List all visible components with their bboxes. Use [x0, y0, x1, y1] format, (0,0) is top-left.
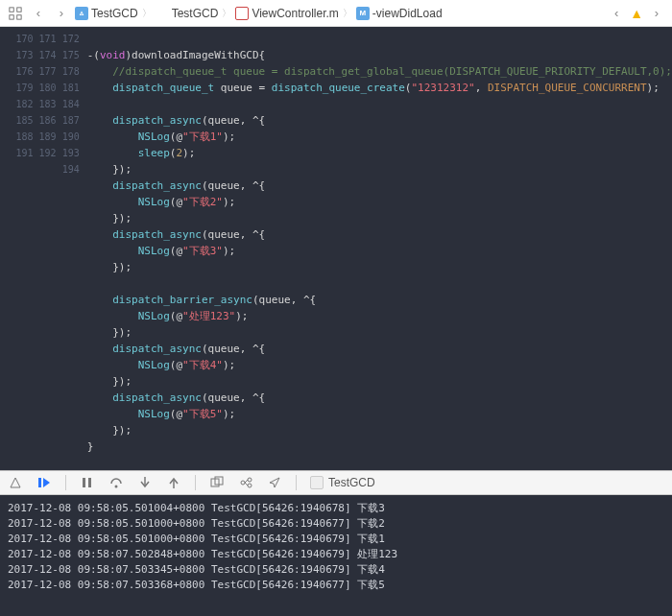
crumb-sep-icon: 〉	[343, 7, 352, 20]
code-text: (queue, ^{	[252, 294, 316, 306]
svg-rect-0	[10, 7, 13, 11]
string-literal: "下载5"	[182, 408, 223, 420]
target-icon	[310, 476, 324, 489]
keyword-void: void	[100, 49, 126, 61]
console-line: 2017-12-08 09:58:05.501000+0800 TestGCD[…	[8, 533, 385, 545]
objc-m-file-icon: m	[235, 7, 249, 20]
svg-rect-7	[83, 478, 85, 487]
crumb-project-label: TestGCD	[91, 7, 138, 20]
project-icon: ▵	[75, 7, 88, 20]
code-text: });	[112, 261, 132, 273]
string-literal: "下载1"	[182, 130, 223, 143]
svg-rect-3	[17, 14, 21, 18]
method-name: downloadImageWithGCD	[132, 49, 258, 61]
svg-rect-8	[88, 478, 91, 487]
code-text: (@	[170, 359, 182, 371]
svg-marker-19	[270, 478, 279, 487]
func-call: NSLog	[138, 130, 170, 143]
step-into-button[interactable]	[137, 475, 153, 490]
method-icon: M	[356, 7, 370, 20]
toggle-debug-area-icon[interactable]	[8, 475, 23, 490]
process-name: TestGCD	[328, 476, 375, 489]
folder-icon: ▣	[156, 7, 169, 20]
crumb-sep-icon: 〉	[222, 7, 231, 20]
breadcrumb-method[interactable]: M -viewDidLoad	[356, 7, 443, 20]
code-text: (@	[170, 408, 182, 420]
func-call: sleep	[138, 147, 170, 159]
continue-button[interactable]	[36, 475, 52, 490]
nav-prev-issue-button[interactable]: ‹	[607, 4, 626, 23]
code-text: (queue, ^{	[202, 114, 265, 127]
breadcrumb-group[interactable]: ▣ TestGCD	[156, 7, 219, 20]
console-line: 2017-12-08 09:58:05.501004+0800 TestGCD[…	[8, 502, 385, 514]
breadcrumb-project[interactable]: ▵ TestGCD	[75, 7, 138, 20]
code-text: );	[223, 408, 235, 420]
code-text: });	[112, 163, 132, 176]
step-out-button[interactable]	[166, 475, 181, 490]
string-literal: "12312312"	[411, 82, 474, 94]
code-text: {	[259, 49, 266, 61]
console-line: 2017-12-08 09:58:07.503368+0800 TestGCD[…	[8, 579, 385, 591]
step-over-button[interactable]	[108, 475, 124, 490]
line-gutter: 170 171 172 173 174 175 176 177 178 179 …	[0, 27, 87, 470]
func-call: dispatch_async	[112, 114, 202, 127]
svg-rect-1	[17, 7, 21, 11]
nav-back-button[interactable]: ‹	[29, 4, 48, 23]
func-call: NSLog	[138, 196, 170, 208]
process-selector[interactable]: TestGCD	[310, 476, 375, 489]
svg-marker-4	[11, 478, 20, 487]
breadcrumb-file[interactable]: m ViewController.m	[235, 7, 338, 20]
func-call: dispatch_async	[112, 228, 202, 241]
separator	[296, 475, 297, 490]
code-text: =	[259, 82, 272, 94]
nav-forward-button[interactable]: ›	[52, 4, 71, 23]
separator	[65, 475, 66, 490]
func-call: NSLog	[138, 245, 170, 257]
svg-point-15	[248, 478, 252, 482]
console-line: 2017-12-08 09:58:07.502848+0800 TestGCD[…	[8, 548, 397, 560]
pause-button[interactable]	[80, 475, 95, 490]
code-text: );	[182, 147, 195, 159]
warning-icon[interactable]: ▲	[630, 6, 643, 21]
code-text: );	[223, 196, 235, 208]
code-text: (@	[170, 130, 182, 143]
debug-view-hierarchy-button[interactable]	[209, 475, 225, 490]
code-text: );	[647, 82, 660, 94]
code-text: );	[235, 310, 248, 322]
console-line: 2017-12-08 09:58:07.503345+0800 TestGCD[…	[8, 563, 385, 576]
func-call: NSLog	[138, 408, 170, 420]
svg-point-16	[248, 484, 252, 487]
string-literal: "下载2"	[182, 196, 223, 208]
simulate-location-button[interactable]	[267, 475, 282, 490]
string-literal: "下载4"	[182, 359, 223, 371]
code-editor[interactable]: 170 171 172 173 174 175 176 177 178 179 …	[0, 27, 672, 470]
type-name: dispatch_queue_t	[112, 82, 214, 94]
code-text: );	[223, 130, 235, 143]
func-call: dispatch_async	[112, 179, 202, 192]
code-text: });	[112, 375, 132, 388]
comment: //dispatch_queue_t queue = dispatch_get_…	[112, 65, 672, 78]
func-call: dispatch_barrier_async	[112, 294, 252, 306]
debug-console[interactable]: 2017-12-08 09:58:05.501004+0800 TestGCD[…	[0, 495, 672, 616]
debug-memory-graph-button[interactable]	[238, 475, 253, 490]
svg-rect-5	[38, 478, 41, 487]
code-text: (queue, ^{	[202, 391, 265, 404]
code-text: (@	[170, 310, 182, 322]
code-area[interactable]: -(void)downloadImageWithGCD{ //dispatch_…	[87, 27, 672, 470]
crumb-group-label: TestGCD	[172, 7, 219, 20]
func-call: NSLog	[138, 310, 170, 322]
code-text: });	[112, 212, 132, 225]
related-items-icon[interactable]	[6, 4, 25, 23]
svg-point-14	[241, 481, 245, 485]
func-call: dispatch_queue_create	[272, 82, 405, 94]
code-text: }	[87, 440, 94, 453]
path-bar: ‹ › ▵ TestGCD 〉 ▣ TestGCD 〉 m ViewContro…	[0, 0, 672, 27]
nav-next-issue-button[interactable]: ›	[647, 4, 666, 23]
func-call: NSLog	[138, 359, 170, 371]
svg-rect-2	[10, 14, 13, 18]
code-text: );	[223, 359, 235, 371]
func-call: dispatch_async	[112, 391, 202, 404]
svg-point-9	[115, 486, 118, 488]
code-text: });	[112, 326, 132, 339]
console-line: 2017-12-08 09:58:05.501000+0800 TestGCD[…	[8, 517, 385, 530]
